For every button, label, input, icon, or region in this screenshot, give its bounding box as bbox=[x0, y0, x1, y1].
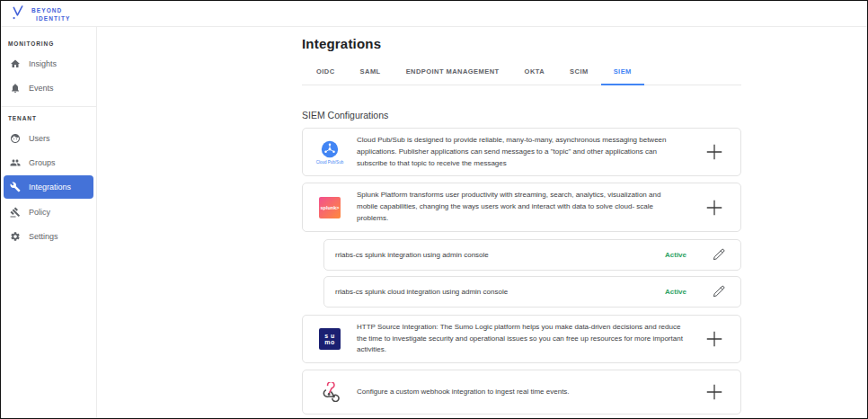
card-description: Configure a custom webhook integration t… bbox=[348, 387, 697, 398]
home-icon bbox=[10, 58, 21, 69]
plus-icon bbox=[704, 142, 724, 162]
beyond-identity-logo[interactable]: BEYOND IDENTITY bbox=[11, 4, 70, 22]
pencil-icon bbox=[711, 283, 727, 299]
card-icon-column: Cloud Pub/Sub bbox=[312, 140, 348, 165]
main-content: Integrations OIDC SAML ENDPOINT MANAGEME… bbox=[97, 27, 867, 418]
cloud-pubsub-icon-label: Cloud Pub/Sub bbox=[316, 160, 343, 165]
integration-name: rrlabs-cs splunk cloud integration using… bbox=[335, 288, 665, 296]
sidebar: MONITORING Insights Events TENANT Users … bbox=[1, 27, 97, 418]
tab-scim[interactable]: SCIM bbox=[557, 62, 601, 85]
edit-integration-button[interactable] bbox=[708, 283, 730, 299]
brand-line-1: BEYOND bbox=[31, 7, 70, 14]
sidebar-item-label: Integrations bbox=[29, 183, 71, 192]
integration-card-sumo-logic: s u mo HTTP Source Integration: The Sumo… bbox=[302, 315, 741, 363]
tab-okta[interactable]: OKTA bbox=[512, 62, 558, 85]
tab-bar: OIDC SAML ENDPOINT MANAGEMENT OKTA SCIM … bbox=[302, 62, 741, 85]
sidebar-item-integrations[interactable]: Integrations bbox=[4, 175, 93, 199]
sidebar-item-label: Insights bbox=[29, 59, 57, 68]
card-description: Splunk Platform transforms user producti… bbox=[348, 190, 697, 224]
groups-icon bbox=[10, 157, 21, 168]
sidebar-item-label: Policy bbox=[29, 208, 50, 217]
tab-endpoint-management[interactable]: ENDPOINT MANAGEMENT bbox=[394, 62, 512, 85]
cloud-pubsub-icon bbox=[321, 140, 339, 158]
sumo-icon-line2: mo bbox=[324, 339, 335, 345]
sumo-icon-line1: s u bbox=[324, 333, 335, 339]
face-icon bbox=[10, 133, 21, 144]
splunk-icon-text: splunk> bbox=[321, 205, 340, 210]
sidebar-item-label: Groups bbox=[29, 158, 56, 167]
integration-card-splunk: splunk> Splunk Platform transforms user … bbox=[302, 183, 741, 231]
webhook-icon bbox=[320, 382, 340, 402]
gavel-icon bbox=[10, 207, 21, 218]
gear-icon bbox=[10, 231, 21, 242]
tab-oidc[interactable]: OIDC bbox=[304, 62, 348, 85]
card-icon-column bbox=[312, 382, 348, 402]
sidebar-section-tenant: TENANT bbox=[8, 115, 96, 121]
card-description: Cloud Pub/Sub is designed to provide rel… bbox=[348, 135, 697, 169]
sidebar-item-policy[interactable]: Policy bbox=[1, 200, 96, 224]
top-bar: BEYOND IDENTITY bbox=[1, 1, 867, 27]
sidebar-item-label: Settings bbox=[29, 232, 58, 241]
sidebar-divider bbox=[1, 106, 96, 107]
integration-name: rrlabs-cs splunk integration using admin… bbox=[335, 251, 665, 259]
tab-saml[interactable]: SAML bbox=[348, 62, 394, 85]
splunk-integration-row: rrlabs-cs splunk cloud integration using… bbox=[323, 276, 741, 308]
sidebar-item-settings[interactable]: Settings bbox=[1, 224, 96, 248]
section-title: SIEM Configurations bbox=[302, 110, 867, 120]
card-icon-column: splunk> bbox=[312, 197, 348, 218]
sidebar-item-groups[interactable]: Groups bbox=[1, 150, 96, 174]
bell-icon bbox=[10, 83, 21, 94]
plus-icon bbox=[704, 382, 724, 402]
sidebar-item-insights[interactable]: Insights bbox=[1, 51, 96, 76]
edit-integration-button[interactable] bbox=[708, 246, 730, 263]
card-description: HTTP Source Integration: The Sumo Logic … bbox=[348, 322, 697, 356]
brand-mark-icon bbox=[11, 4, 24, 21]
tab-siem[interactable]: SIEM bbox=[601, 62, 644, 85]
sidebar-item-events[interactable]: Events bbox=[1, 76, 96, 100]
sidebar-section-monitoring: MONITORING bbox=[8, 40, 96, 47]
app-window: BEYOND IDENTITY MONITORING Insights Even… bbox=[0, 0, 868, 419]
status-badge: Active bbox=[665, 251, 686, 259]
add-sumo-logic-button[interactable] bbox=[697, 329, 731, 349]
card-icon-column: s u mo bbox=[312, 328, 348, 350]
splunk-integration-row: rrlabs-cs splunk integration using admin… bbox=[323, 239, 741, 271]
sidebar-item-label: Events bbox=[29, 84, 54, 93]
brand-line-2: IDENTITY bbox=[36, 15, 70, 22]
add-splunk-button[interactable] bbox=[697, 198, 731, 218]
splunk-icon: splunk> bbox=[319, 197, 341, 218]
plus-icon bbox=[704, 329, 724, 349]
sumo-logic-icon: s u mo bbox=[319, 328, 341, 350]
sidebar-item-label: Users bbox=[29, 134, 50, 143]
integration-card-cloud-pubsub: Cloud Pub/Sub Cloud Pub/Sub is designed … bbox=[302, 128, 741, 176]
brand-wordmark: BEYOND IDENTITY bbox=[31, 4, 70, 22]
integration-card-webhook: Configure a custom webhook integration t… bbox=[302, 370, 741, 415]
plus-icon bbox=[704, 198, 724, 218]
add-webhook-button[interactable] bbox=[697, 382, 731, 402]
wrench-icon bbox=[10, 182, 21, 192]
sidebar-item-users[interactable]: Users bbox=[1, 126, 96, 150]
add-cloud-pubsub-button[interactable] bbox=[697, 142, 731, 162]
pencil-icon bbox=[711, 246, 727, 263]
status-badge: Active bbox=[665, 288, 686, 296]
page-title: Integrations bbox=[302, 36, 867, 51]
